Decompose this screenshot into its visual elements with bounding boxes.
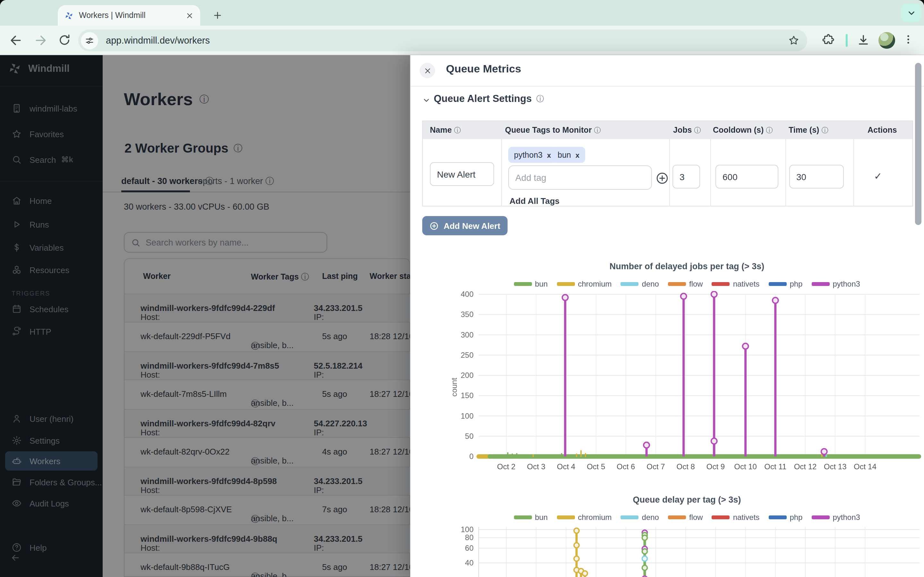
remove-tag-icon[interactable]: x (575, 151, 580, 159)
tag-chip-python3[interactable]: python3x (508, 147, 557, 163)
legend-item-php[interactable]: php (768, 513, 803, 522)
legend-item-nativets[interactable]: nativets (712, 513, 760, 522)
tab-title: Workers | Windmill (79, 11, 180, 20)
svg-text:100: 100 (461, 412, 473, 420)
alert-table-header: Name ⓘ Queue Tags to Monitor ⓘ Jobs ⓘ Co… (423, 121, 913, 139)
site-info-icon[interactable] (81, 32, 98, 49)
tab-close-icon[interactable] (186, 11, 194, 19)
legend-label: php (790, 513, 803, 522)
extensions-icon[interactable] (822, 33, 835, 46)
close-icon[interactable] (420, 63, 435, 78)
time-input[interactable]: 30 (789, 165, 844, 189)
legend-swatch (768, 282, 787, 286)
alert-settings-table: Name ⓘ Queue Tags to Monitor ⓘ Jobs ⓘ Co… (422, 121, 913, 206)
legend-item-python3[interactable]: python3 (811, 513, 860, 522)
svg-text:Oct 6: Oct 6 (617, 462, 635, 471)
app-viewport: Windmill TRIGGERS windmill-labsFavorites… (0, 55, 924, 577)
legend-swatch (712, 516, 730, 519)
confirm-check-icon[interactable]: ✓ (874, 171, 882, 182)
drawer-title: Queue Metrics (446, 63, 521, 76)
legend-item-php[interactable]: php (768, 279, 803, 288)
legend-item-chromium[interactable]: chromium (557, 513, 612, 522)
address-bar[interactable]: app.windmill.dev/workers (78, 29, 807, 51)
svg-text:100: 100 (461, 525, 473, 534)
legend-item-deno[interactable]: deno (621, 279, 659, 288)
legend-item-flow[interactable]: flow (668, 279, 703, 288)
url-text[interactable]: app.windmill.dev/workers (106, 35, 788, 45)
col-actions: Actions (867, 126, 897, 135)
svg-text:60: 60 (465, 544, 473, 552)
svg-text:Oct 9: Oct 9 (706, 462, 725, 471)
svg-text:Oct 13: Oct 13 (824, 462, 846, 471)
svg-text:Oct 11: Oct 11 (764, 462, 787, 471)
legend-label: flow (689, 513, 703, 522)
tag-chip-bun[interactable]: bunx (552, 147, 585, 163)
queue-delay-chart: Queue delay per tag (> 3s) bunchromiumde… (449, 495, 924, 577)
legend-label: python3 (833, 513, 860, 522)
svg-text:Oct 10: Oct 10 (734, 462, 757, 471)
tab-strip: Workers | Windmill (0, 0, 924, 26)
browser-toolbar: app.windmill.dev/workers (0, 26, 924, 55)
legend-label: php (790, 279, 803, 288)
remove-tag-icon[interactable]: x (547, 151, 551, 159)
legend-swatch (668, 282, 686, 286)
browser-tab[interactable]: Workers | Windmill (58, 5, 200, 26)
legend-label: chromium (578, 279, 612, 288)
legend-swatch (668, 516, 686, 519)
add-tag-input[interactable]: Add tag (508, 165, 652, 190)
legend-item-flow[interactable]: flow (668, 513, 703, 522)
svg-text:Oct 5: Oct 5 (587, 462, 605, 471)
add-new-alert-button[interactable]: Add New Alert (422, 216, 507, 235)
chrome-menu-icon[interactable] (902, 33, 914, 45)
legend-swatch (621, 516, 639, 519)
downloads-icon[interactable] (857, 33, 870, 47)
svg-text:350: 350 (461, 310, 473, 319)
cooldown-input[interactable]: 600 (716, 165, 779, 189)
legend-swatch (621, 282, 639, 286)
legend-swatch (811, 282, 829, 286)
profile-avatar[interactable] (879, 32, 895, 49)
new-tab-button[interactable] (209, 7, 226, 24)
legend-label: chromium (578, 513, 612, 522)
svg-text:0: 0 (469, 452, 473, 461)
legend-item-bun[interactable]: bun (514, 279, 548, 288)
jobs-input[interactable]: 3 (672, 165, 700, 189)
tag-label: bun (557, 150, 571, 159)
legend-swatch (712, 282, 730, 286)
svg-text:40: 40 (465, 558, 473, 567)
legend-label: bun (535, 279, 548, 288)
svg-text:80: 80 (465, 533, 473, 542)
legend-item-deno[interactable]: deno (621, 513, 659, 522)
forward-icon[interactable] (33, 33, 47, 47)
delayed-jobs-chart: Number of delayed jobs per tag (> 3s) bu… (449, 261, 924, 476)
svg-text:Oct 3: Oct 3 (527, 462, 545, 471)
back-icon[interactable] (9, 33, 23, 47)
legend-item-nativets[interactable]: nativets (712, 279, 760, 288)
bookmark-star-icon[interactable] (788, 35, 800, 46)
col-queue-tags: Queue Tags to Monitor ⓘ (505, 126, 601, 135)
svg-text:200: 200 (461, 371, 473, 380)
add-all-tags-link[interactable]: Add All Tags (509, 196, 559, 206)
chart-legend: bunchromiumdenoflownativetsphppython3 (449, 279, 924, 288)
reload-icon[interactable] (58, 33, 71, 47)
chevron-down-icon[interactable] (422, 96, 431, 105)
queue-alert-settings-heading[interactable]: Queue Alert Settingsⓘ (434, 93, 544, 105)
queue-delay-plot: 100806040 (449, 524, 924, 577)
svg-text:Oct 14: Oct 14 (854, 462, 877, 471)
legend-label: deno (642, 513, 659, 522)
chart-legend: bunchromiumdenoflownativetsphppython3 (449, 513, 924, 522)
legend-swatch (514, 516, 531, 519)
drawer-scrollbar[interactable] (915, 63, 921, 225)
legend-item-chromium[interactable]: chromium (557, 279, 612, 288)
modal-dim-overlay[interactable] (0, 55, 410, 577)
chart-title: Number of delayed jobs per tag (> 3s) (449, 261, 924, 272)
legend-item-bun[interactable]: bun (514, 513, 548, 522)
svg-text:Oct 8: Oct 8 (677, 462, 695, 471)
toolbar-divider (846, 34, 848, 47)
legend-item-python3[interactable]: python3 (811, 279, 860, 288)
add-tag-plus-icon[interactable] (655, 171, 669, 185)
svg-text:50: 50 (465, 432, 473, 440)
alert-name-input[interactable]: New Alert (430, 162, 494, 186)
chrome-tab-search-button[interactable] (901, 3, 921, 23)
svg-text:300: 300 (461, 330, 473, 339)
